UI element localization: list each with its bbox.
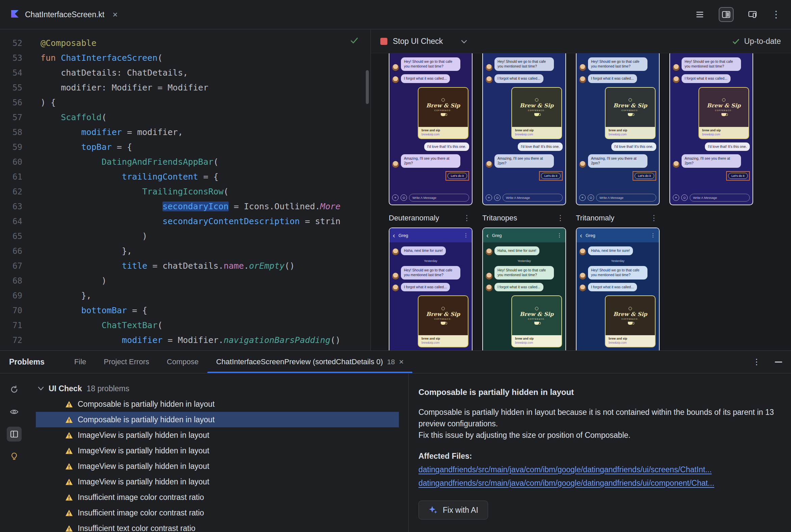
device-preview-icon[interactable] (745, 7, 760, 22)
code-line[interactable]: 59 topBar = { (0, 140, 370, 155)
preview-eye-icon[interactable] (7, 404, 22, 419)
code-line[interactable]: 66 }, (0, 244, 370, 259)
link-preview-card[interactable]: Brew & SipCOFFEE&CO.brew and sipbrew&sip… (605, 87, 656, 139)
code-line[interactable]: 67 title = chatDetails.name.orEmpty() (0, 259, 370, 273)
preview-phone[interactable]: Hey! Should we go to that cafe you menti… (482, 53, 566, 205)
refresh-icon[interactable] (7, 382, 22, 397)
preview-phone[interactable]: Hey! Should we go to that cafe you menti… (576, 53, 660, 205)
lets-do-it-button[interactable]: Let's do it (541, 173, 560, 179)
tab-close-icon[interactable]: × (112, 10, 117, 20)
back-icon[interactable]: ‹ (486, 232, 489, 239)
emoji-icon[interactable]: ☺ (494, 194, 500, 201)
code-line[interactable]: 56) { (0, 95, 370, 110)
more-icon[interactable]: ⋮ (557, 232, 562, 238)
problem-row[interactable]: ImageView is partially hidden in layout (36, 458, 399, 474)
problem-row[interactable]: ImageView is partially hidden in layout (36, 428, 399, 443)
split-editor-icon[interactable] (719, 7, 734, 22)
card-site-url[interactable]: brew&sip.com (422, 341, 465, 344)
card-site-url[interactable]: brew&sip.com (702, 133, 746, 136)
more-icon[interactable]: ⋮ (650, 232, 656, 238)
card-site-url[interactable]: brew&sip.com (609, 341, 652, 344)
code-line[interactable]: 54 chatDetails: ChatDetails, (0, 65, 370, 80)
affected-file-link[interactable]: datingandfriends/src/main/java/com/ibm/g… (419, 479, 775, 488)
add-icon[interactable]: + (579, 194, 586, 201)
link-preview-card[interactable]: Brew & SipCOFFEE&CO.brew and sipbrew&sip… (418, 296, 468, 347)
chevron-down-icon[interactable] (461, 39, 467, 43)
preview-phone[interactable]: Hey! Should we go to that cafe you menti… (669, 53, 753, 205)
write-message-input[interactable]: Write A Message (502, 194, 563, 202)
preview-options-kebab-icon[interactable]: ⋮ (557, 214, 566, 223)
inspection-ok-icon[interactable] (350, 36, 359, 46)
back-icon[interactable]: ‹ (580, 232, 582, 239)
code-line[interactable]: 65 ) (0, 229, 370, 244)
panel-options-kebab-icon[interactable]: ⋮ (753, 358, 760, 366)
ui-check-group-row[interactable]: UI Check 18 problems (29, 381, 408, 396)
emoji-icon[interactable]: ☺ (401, 194, 407, 201)
write-message-input[interactable]: Write A Message (596, 194, 656, 202)
preview-phone[interactable]: Hey! Should we go to that cafe you menti… (389, 53, 473, 205)
editor-options-kebab-icon[interactable]: ⋮ (771, 10, 781, 19)
tab-file[interactable]: File (66, 351, 95, 373)
link-preview-card[interactable]: Brew & SipCOFFEE&CO.brew and sipbrew&sip… (605, 296, 656, 347)
problem-row[interactable]: ImageView is partially hidden in layout (36, 474, 399, 490)
stop-ui-check-button[interactable]: Stop UI Check (393, 37, 443, 46)
preview-phone[interactable]: ‹Greg⋮Haha, next time for sure!Yesterday… (482, 228, 566, 350)
affected-file-link[interactable]: datingandfriends/src/main/java/com/ibm/g… (419, 465, 775, 474)
more-icon[interactable]: ⋮ (463, 232, 468, 238)
lets-do-it-button[interactable]: Let's do it (447, 173, 467, 179)
tab-close-icon[interactable]: × (399, 357, 404, 366)
file-tab[interactable]: ChatInterfaceScreen.kt × (0, 0, 126, 29)
add-icon[interactable]: + (486, 194, 492, 201)
preview-options-kebab-icon[interactable]: ⋮ (463, 214, 473, 223)
problem-row[interactable]: Composable is partially hidden in layout (36, 396, 399, 412)
minimize-panel-icon[interactable] (775, 362, 782, 363)
write-message-input[interactable]: Write A Message (690, 194, 750, 202)
card-site-url[interactable]: brew&sip.com (515, 133, 558, 136)
code-line[interactable]: 70 bottomBar = { (0, 303, 370, 318)
tab-project-errors[interactable]: Project Errors (95, 351, 158, 373)
code-line[interactable]: 63 secondaryIcon = Icons.Outlined.More (0, 199, 370, 214)
emoji-icon[interactable]: ☺ (681, 194, 688, 201)
card-site-url[interactable]: brew&sip.com (609, 133, 652, 136)
add-icon[interactable]: + (392, 194, 399, 201)
quickfix-bulb-icon[interactable] (7, 449, 22, 464)
editor-scrollbar[interactable] (366, 70, 369, 104)
link-preview-card[interactable]: Brew & SipCOFFEE&CO.brew and sipbrew&sip… (418, 87, 468, 139)
code-line[interactable]: 68 ) (0, 273, 370, 288)
tool-window-title[interactable]: Problems (9, 358, 44, 366)
code-line[interactable]: 61 trailingContent = { (0, 169, 370, 184)
preview-phone[interactable]: ‹Greg⋮Haha, next time for sure!Yesterday… (389, 228, 473, 350)
tab-chat-interface-preview[interactable]: ChatInterfaceScreenPreview (sortedChatDe… (207, 351, 412, 373)
card-site-url[interactable]: brew&sip.com (515, 341, 558, 344)
preview-canvas[interactable]: Hey! Should we go to that cafe you menti… (371, 53, 791, 350)
back-icon[interactable]: ‹ (393, 232, 395, 239)
code-line[interactable]: 71 ChatTextBar( (0, 318, 370, 333)
link-preview-card[interactable]: Brew & SipCOFFEE&CO.brew and sipbrew&sip… (698, 87, 749, 139)
code-line[interactable]: 64 secondaryContentDescription = strin (0, 214, 370, 229)
fix-with-ai-button[interactable]: Fix with AI (419, 500, 488, 519)
problem-row[interactable]: Insufficient text color contrast ratio (36, 520, 399, 532)
code-line[interactable]: 58 modifier = modifier, (0, 125, 370, 140)
code-line[interactable]: 69 }, (0, 288, 370, 303)
add-icon[interactable]: + (673, 194, 679, 201)
link-preview-card[interactable]: Brew & SipCOFFEE&CO.brew and sipbrew&sip… (511, 87, 562, 139)
code-line[interactable]: 53fun ChatInterfaceScreen( (0, 51, 370, 65)
code-line[interactable]: 73 onAddClick = {} (0, 348, 370, 350)
preview-phone[interactable]: ‹Greg⋮Haha, next time for sure!Yesterday… (576, 228, 660, 350)
lets-do-it-button[interactable]: Let's do it (634, 173, 654, 179)
problem-row[interactable]: Insufficient image color contrast ratio (36, 490, 399, 505)
structure-list-icon[interactable] (692, 7, 707, 22)
code-line[interactable]: 52@Composable (0, 36, 370, 51)
problem-row[interactable]: Composable is partially hidden in layout (36, 412, 399, 428)
emoji-icon[interactable]: ☺ (588, 194, 594, 201)
code-line[interactable]: 55 modifier: Modifier = Modifier (0, 80, 370, 95)
link-preview-card[interactable]: Brew & SipCOFFEE&CO.brew and sipbrew&sip… (511, 296, 562, 347)
lets-do-it-button[interactable]: Let's do it (728, 173, 748, 179)
code-line[interactable]: 62 TrailingIconsRow( (0, 184, 370, 199)
code-line[interactable]: 72 modifier = Modifier.navigationBarsPad… (0, 333, 370, 348)
card-site-url[interactable]: brew&sip.com (422, 133, 465, 136)
write-message-input[interactable]: Write A Message (409, 194, 469, 202)
code-line[interactable]: 60 DatingAndFriendsAppBar( (0, 155, 370, 169)
details-view-icon[interactable] (7, 427, 22, 441)
problem-row[interactable]: ImageView is partially hidden in layout (36, 443, 399, 458)
